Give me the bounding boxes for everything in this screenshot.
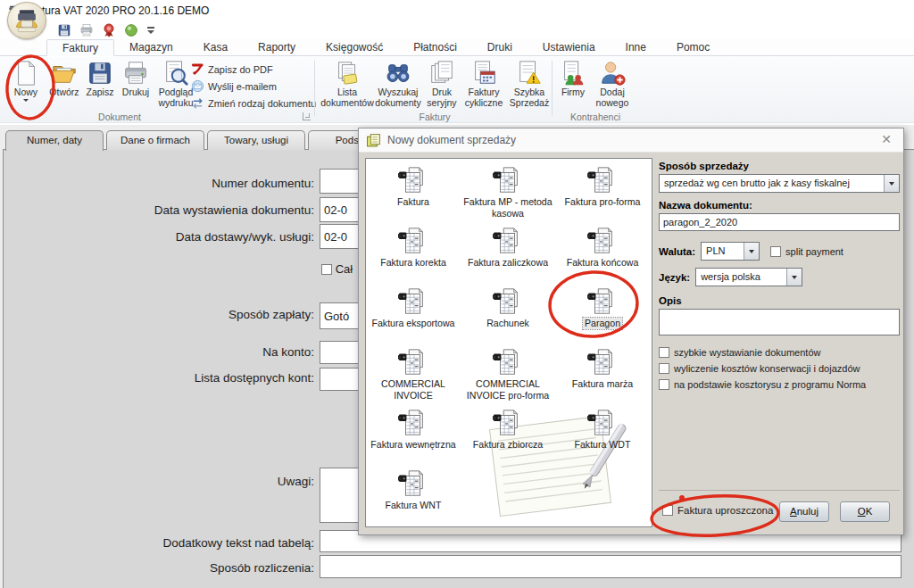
ribbon-tab-magazyn[interactable]: Magazyn <box>114 39 188 55</box>
doc-type-faktura-wdt[interactable]: Faktura WDT <box>555 405 650 466</box>
jezyk-select[interactable]: wersja polska <box>695 268 802 286</box>
ribbon-tab-pomoc[interactable]: Pomoc <box>661 39 725 55</box>
ribbon-tab-platnosci[interactable]: Płatności <box>398 39 472 55</box>
otworz-button[interactable]: Otwórz <box>46 57 82 98</box>
waluta-value: PLN <box>706 245 725 256</box>
faktura-uproszczona-checkbox[interactable] <box>662 505 673 516</box>
lista-label: Lista dokumentów <box>320 87 374 109</box>
page-tab-strip: Numer, daty Dane o firmach Towary, usług… <box>5 130 409 150</box>
ribbon: Nowy Otwórz Zapisz Drukuj Podgląd <box>0 57 914 123</box>
ok-label: OK <box>841 502 889 521</box>
red-badge-icon[interactable] <box>102 23 116 37</box>
cal-checkbox-row: Cał <box>321 262 353 276</box>
sposob-rozliczenia-input[interactable] <box>320 555 902 578</box>
split-payment-checkbox[interactable] <box>770 246 781 257</box>
nazwa-dokumentu-input[interactable] <box>659 213 900 231</box>
kosztorys-norma-checkbox[interactable] <box>659 379 669 390</box>
doc-type-faktura-eksportowa[interactable]: Faktura eksportowa <box>366 284 461 344</box>
doc-type-commercial-invoice-pro-forma[interactable]: COMMERCIAL INVOICE pro-forma <box>461 344 555 405</box>
zmien-label: Zmień rodzaj dokumentu <box>208 98 316 109</box>
doc-type-label: Faktura WDT <box>575 439 631 451</box>
tab-towary-uslugi[interactable]: Towary, usługi <box>207 130 305 150</box>
invoice-document-icon <box>587 226 618 256</box>
ribbon-tab-raporty[interactable]: Raporty <box>243 39 311 55</box>
dialog-launcher-icon[interactable] <box>303 112 311 120</box>
doc-type-label-selected: Paragon <box>583 318 622 329</box>
sposob-rozliczenia-label: Sposób rozliczenia: <box>0 561 314 575</box>
sposob-sprzedazy-select[interactable]: sprzedaż wg cen brutto jak z kasy fiskal… <box>659 174 900 193</box>
lista-dokumentow-button[interactable]: Lista dokumentów <box>321 57 373 109</box>
waluta-select[interactable]: PLN <box>701 242 760 261</box>
doc-type-commercial-invoice[interactable]: COMMERCIAL INVOICE <box>366 344 461 405</box>
drukuj-button[interactable]: Drukuj <box>118 57 154 98</box>
cykliczne-label: Faktury cykliczne <box>461 87 507 109</box>
ribbon-tab-inne[interactable]: Inne <box>611 39 661 55</box>
application-menu-button[interactable] <box>7 2 46 39</box>
ribbon-tab-kasa[interactable]: Kasa <box>188 39 243 55</box>
firmy-label: Firmy <box>561 87 585 98</box>
print-icon[interactable] <box>79 23 94 37</box>
doc-type-faktura-wnt[interactable]: Faktura WNT <box>366 466 461 526</box>
doc-type-label: COMMERCIAL INVOICE <box>366 378 461 401</box>
doc-type-faktura-zbiorcza[interactable]: Faktura zbiorcza <box>461 405 555 466</box>
ribbon-tab-ksiegowosc[interactable]: Księgowość <box>311 39 398 55</box>
window-title: Faktura VAT 2020 PRO 20.1.16 DEMO <box>24 4 209 17</box>
invoice-document-icon <box>587 286 618 317</box>
save-floppy-icon <box>87 60 113 87</box>
wyliczenie-kosztow-label: wyliczenie kosztów konserwacji i dojazdó… <box>674 363 860 374</box>
tab-dane-o-firmach[interactable]: Dane o firmach <box>106 130 204 150</box>
doc-type-faktura-wewnetrzna[interactable]: Faktura wewnętrzna <box>366 405 461 466</box>
doc-type-faktura-marza[interactable]: Faktura marża <box>555 344 650 405</box>
druk-label: Druk seryjny <box>423 87 461 109</box>
doc-type-faktura[interactable]: Faktura <box>366 162 461 223</box>
ribbon-tab-ustawienia[interactable]: Ustawienia <box>528 39 611 55</box>
qat-customize-icon[interactable] <box>146 25 155 36</box>
ribbon-tab-faktury[interactable]: Faktury <box>46 39 114 56</box>
zmien-rodzaj-button[interactable]: Zmień rodzaj dokumentu <box>191 95 316 112</box>
ok-button[interactable]: OK <box>840 501 890 522</box>
doc-type-faktura-pro-forma[interactable]: Faktura pro-forma <box>555 162 650 223</box>
invoice-document-icon <box>493 226 523 256</box>
faktury-cykliczne-button[interactable]: Faktury cykliczne <box>461 57 507 109</box>
ribbon-group-kontrahenci: Firmy Dodaj nowego Kontrahenci <box>554 57 636 122</box>
invoice-document-icon <box>493 347 523 377</box>
anuluj-button[interactable]: Anuluj <box>779 501 829 522</box>
dropdown-arrow-icon <box>744 243 759 260</box>
doc-type-label: Faktura pro-forma <box>565 196 641 208</box>
doc-type-paragon[interactable]: Paragon <box>555 284 650 344</box>
dialog-close-icon[interactable]: ✕ <box>878 132 894 146</box>
nowy-button[interactable]: Nowy <box>5 57 46 102</box>
cal-checkbox[interactable] <box>321 264 332 275</box>
anuluj-label: Anuluj <box>780 502 828 521</box>
tab-numer-daty[interactable]: Numer, daty <box>5 130 104 151</box>
doc-type-faktura-zaliczkowa[interactable]: Faktura zaliczkowa <box>461 223 555 284</box>
open-folder-icon <box>51 60 78 87</box>
data-dostawy-label: Data dostawy/wyk. usługi: <box>0 230 314 244</box>
opis-textarea[interactable] <box>659 309 900 335</box>
ribbon-tab-druki[interactable]: Druki <box>472 39 528 55</box>
invoice-document-icon <box>398 347 428 377</box>
dodaj-nowego-button[interactable]: Dodaj nowego <box>590 57 635 109</box>
wyslij-email-button[interactable]: Wyślij e-mailem <box>191 78 316 95</box>
zapisz-do-pdf-button[interactable]: Zapisz do PDF <box>191 61 316 78</box>
change-type-icon <box>191 96 204 110</box>
zapisz-button[interactable]: Zapisz <box>82 57 118 98</box>
doc-type-rachunek[interactable]: Rachunek <box>461 284 555 344</box>
doc-type-faktura-mp[interactable]: Faktura MP - metoda kasowa <box>461 162 555 223</box>
szybka-sprzedaz-button[interactable]: Szybka Sprzedaż <box>507 57 552 109</box>
szybkie-wystawianie-checkbox[interactable] <box>659 347 669 358</box>
wyliczenie-kosztow-checkbox[interactable] <box>659 363 669 374</box>
szybka-label: Szybka Sprzedaż <box>507 87 552 109</box>
save-icon[interactable] <box>57 23 71 37</box>
doc-type-faktura-korekta[interactable]: Faktura korekta <box>366 223 461 284</box>
faktura-uproszczona-label: Faktura uproszczona <box>677 505 773 516</box>
doc-type-faktura-koncowa[interactable]: Faktura końcowa <box>555 223 650 284</box>
group-label-faktury: Faktury <box>318 112 552 122</box>
green-badge-icon[interactable] <box>124 23 138 37</box>
wyszukaj-label: Wyszukaj dokumenty <box>373 87 423 109</box>
wyszukaj-dokumenty-button[interactable]: Wyszukaj dokumenty <box>373 57 423 109</box>
druk-seryjny-button[interactable]: Druk seryjny <box>423 57 461 109</box>
nowy-label: Nowy <box>14 87 37 98</box>
print-preview-icon <box>162 60 189 87</box>
firmy-button[interactable]: Firmy <box>556 57 590 98</box>
